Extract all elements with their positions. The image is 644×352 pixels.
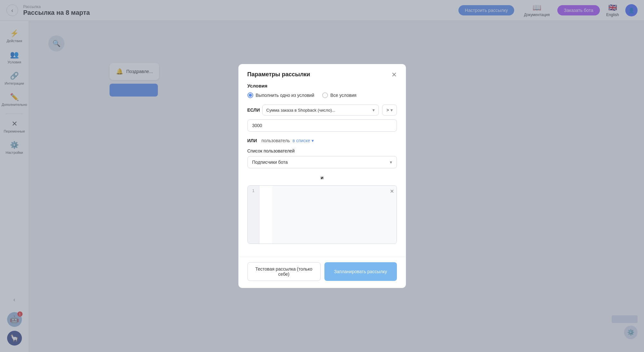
or-row: ИЛИ пользователь в списке ▾ xyxy=(247,138,397,143)
if-select-chevron: ▾ xyxy=(372,107,375,113)
modal-close-button[interactable]: ✕ xyxy=(391,71,397,78)
radio-any-label: Выполнить одно из условий xyxy=(256,93,314,98)
editor-textarea[interactable] xyxy=(272,186,397,244)
user-list-chevron: ▾ xyxy=(390,160,392,165)
radio-all-label: Все условия xyxy=(331,93,357,98)
radio-all-circle xyxy=(322,92,328,98)
if-label: ЕСЛИ xyxy=(247,107,259,113)
radio-any-circle xyxy=(247,92,253,98)
radio-option-all[interactable]: Все условия xyxy=(322,92,357,98)
modal-dialog: Параметры рассылки ✕ Условия Выполнить о… xyxy=(238,64,406,288)
schedule-button[interactable]: Запланировать рассылку xyxy=(324,262,397,281)
operator-chevron: ▾ xyxy=(390,107,393,113)
operator-value: > xyxy=(386,107,389,113)
or-dropdown[interactable]: в списке ▾ xyxy=(293,138,314,143)
or-link: в списке xyxy=(293,138,310,143)
radio-group: Выполнить одно из условий Все условия xyxy=(247,92,397,98)
if-select-value: Сумма заказа в Shopback (число)... xyxy=(266,108,335,113)
or-text: пользователь xyxy=(262,138,290,143)
line-number: 1 xyxy=(252,188,255,193)
or-label: ИЛИ xyxy=(247,138,259,143)
text-editor: ✕ 1 xyxy=(247,185,397,244)
conditions-section-label: Условия xyxy=(247,83,397,88)
user-list-select[interactable]: Подписчики бота ▾ xyxy=(247,156,397,168)
modal-title: Параметры рассылки xyxy=(247,71,310,78)
and-divider: и xyxy=(247,175,397,180)
modal-header: Параметры рассылки ✕ xyxy=(238,64,406,83)
modal-footer: Тестовая рассылка (только себе) Запланир… xyxy=(238,257,406,288)
value-input[interactable] xyxy=(247,119,397,132)
user-list-value: Подписчики бота xyxy=(252,160,288,165)
user-list-label: Список пользователей xyxy=(247,148,397,153)
if-row: ЕСЛИ Сумма заказа в Shopback (число)... … xyxy=(247,105,397,116)
operator-button[interactable]: > ▾ xyxy=(382,105,397,116)
radio-option-any[interactable]: Выполнить одно из условий xyxy=(247,92,314,98)
editor-gutter: 1 xyxy=(248,186,260,244)
if-select[interactable]: Сумма заказа в Shopback (число)... ▾ xyxy=(262,105,379,116)
text-editor-close-button[interactable]: ✕ xyxy=(390,188,394,194)
radio-any-dot xyxy=(249,94,252,97)
or-dropdown-arrow: ▾ xyxy=(312,138,314,143)
editor-wrapper: 1 xyxy=(248,186,397,244)
modal-body: Условия Выполнить одно из условий Все ус… xyxy=(238,83,406,257)
test-send-button[interactable]: Тестовая рассылка (только себе) xyxy=(247,262,321,281)
